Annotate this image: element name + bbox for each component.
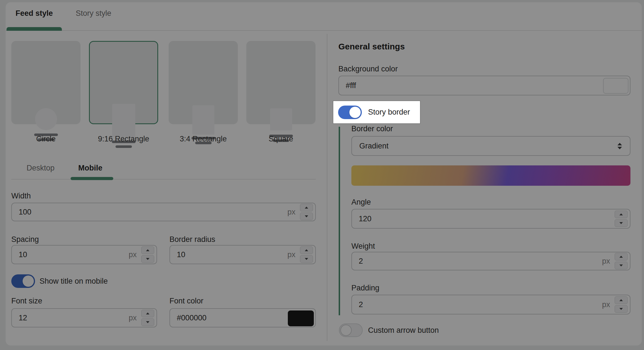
border-color-label: Border color: [351, 124, 393, 133]
background-color-label: Background color: [338, 64, 398, 73]
style-card-circle[interactable]: [11, 41, 80, 124]
background-color-input[interactable]: [339, 81, 630, 90]
triangle-up-icon: [619, 256, 623, 258]
column-divider: [327, 34, 327, 341]
spacing-input[interactable]: [12, 250, 129, 259]
toggle-knob: [340, 325, 352, 336]
padding-unit-label: px: [602, 300, 610, 309]
weight-field: px: [351, 252, 630, 270]
font-size-unit-label: px: [129, 314, 137, 322]
triangle-down-icon: [619, 222, 623, 224]
font-size-field: px: [11, 308, 157, 327]
triangle-down-icon: [617, 147, 622, 149]
background-color-field: [338, 76, 630, 95]
stepper-up-button[interactable]: [141, 246, 154, 254]
card-label-34: 3:4 Rectangle: [169, 135, 238, 143]
weight-label: Weight: [351, 242, 375, 251]
border-radius-label: Border radius: [169, 235, 215, 244]
padding-label: Padding: [351, 283, 379, 292]
card-label-916: 9:16 Rectangle: [89, 135, 158, 143]
toggle-knob: [349, 107, 361, 118]
triangle-down-icon: [305, 258, 308, 260]
width-stepper: [300, 204, 313, 220]
background-color-swatch[interactable]: [603, 78, 628, 94]
padding-input[interactable]: [352, 300, 602, 309]
general-settings-heading: General settings: [338, 42, 405, 51]
square-placeholder-shape: [270, 108, 292, 130]
spacing-label: Spacing: [11, 235, 39, 244]
stepper-down-button[interactable]: [615, 305, 628, 313]
border-radius-stepper: [300, 246, 313, 263]
triangle-down-icon: [305, 215, 308, 217]
font-color-label: Font color: [169, 296, 203, 305]
triangle-up-icon: [619, 299, 623, 301]
tab-mobile[interactable]: Mobile: [78, 163, 103, 173]
triangle-down-icon: [146, 321, 149, 323]
width-unit-label: px: [287, 208, 295, 216]
tab-feed-style[interactable]: Feed style: [16, 8, 53, 18]
stepper-down-button[interactable]: [300, 213, 313, 220]
border-radius-input[interactable]: [170, 250, 287, 259]
weight-input[interactable]: [352, 257, 602, 266]
triangle-down-icon: [146, 258, 149, 260]
padding-field: px: [351, 295, 630, 314]
border-radius-field: px: [169, 245, 316, 264]
story-border-label: Story border: [368, 108, 410, 117]
width-field: px: [11, 203, 316, 221]
triangle-up-icon: [305, 207, 308, 209]
card-label-circle: Circle: [11, 135, 80, 143]
rect916-placeholder-shape: [112, 104, 135, 137]
gradient-preview[interactable]: [351, 165, 630, 186]
width-input[interactable]: [12, 208, 287, 216]
story-border-toggle[interactable]: [338, 106, 362, 119]
stepper-down-button[interactable]: [300, 255, 313, 263]
triangle-down-icon: [619, 264, 623, 266]
stepper-down-button[interactable]: [615, 219, 628, 227]
triangle-down-icon: [619, 308, 623, 310]
show-title-label: Show title on mobile: [40, 277, 108, 286]
stepper-up-button[interactable]: [615, 296, 628, 304]
weight-unit-label: px: [602, 257, 610, 266]
stepper-up-button[interactable]: [615, 211, 628, 218]
spacing-unit-label: px: [129, 250, 137, 259]
mobile-tab-underline: [71, 177, 113, 180]
font-size-input[interactable]: [12, 314, 129, 322]
triangle-up-icon: [146, 312, 149, 314]
stepper-up-button[interactable]: [615, 253, 628, 261]
triangle-up-icon: [305, 249, 308, 251]
font-size-stepper: [141, 310, 154, 326]
custom-arrow-toggle[interactable]: [339, 323, 363, 337]
stepper-up-button[interactable]: [300, 246, 313, 254]
stepper-up-button[interactable]: [300, 204, 313, 211]
stepper-down-button[interactable]: [141, 318, 154, 326]
style-card-916-rectangle[interactable]: [89, 41, 158, 124]
font-color-field: [169, 308, 316, 327]
angle-input[interactable]: [352, 215, 615, 223]
width-label: Width: [11, 191, 31, 200]
border-radius-unit-label: px: [287, 250, 295, 259]
stepper-down-button[interactable]: [141, 255, 154, 263]
stepper-down-button[interactable]: [615, 262, 628, 269]
tab-desktop[interactable]: Desktop: [27, 163, 55, 173]
angle-field: [351, 209, 630, 229]
placeholder-line: [116, 145, 132, 148]
style-card-square[interactable]: [246, 41, 316, 124]
border-color-selected-value: Gradient: [352, 142, 617, 150]
font-size-label: Font size: [11, 296, 42, 305]
border-color-select[interactable]: Gradient: [351, 136, 630, 156]
spacing-stepper: [141, 246, 154, 263]
toggle-knob: [23, 275, 34, 287]
style-card-34-rectangle[interactable]: [169, 41, 238, 124]
weight-stepper: [615, 253, 628, 269]
show-title-toggle[interactable]: [11, 274, 35, 288]
font-color-swatch[interactable]: [288, 310, 314, 326]
rect34-placeholder-shape: [192, 105, 214, 135]
stepper-up-button[interactable]: [141, 310, 154, 317]
angle-label: Angle: [351, 198, 371, 207]
triangle-up-icon: [619, 213, 623, 215]
tab-story-style[interactable]: Story style: [76, 8, 111, 18]
custom-arrow-label: Custom arrow button: [368, 326, 439, 335]
select-updown-icon: [617, 143, 622, 149]
active-tab-underline: [6, 27, 62, 31]
device-tabs-divider: [11, 179, 316, 180]
